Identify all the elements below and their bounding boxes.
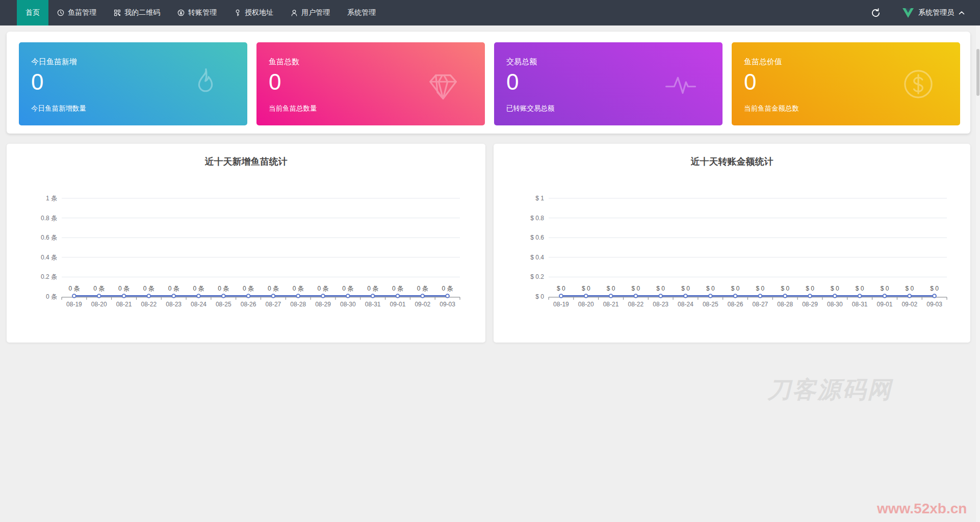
qrcode-icon [114,9,121,16]
nav-item-auth-address[interactable]: 授权地址 [225,0,282,25]
svg-text:08-21: 08-21 [603,301,619,308]
svg-text:08-26: 08-26 [241,301,256,308]
svg-text:08-19: 08-19 [66,301,82,308]
svg-text:08-31: 08-31 [365,301,381,308]
svg-text:$ 0.6: $ 0.6 [530,234,544,241]
svg-text:$ 0: $ 0 [582,285,590,292]
svg-text:08-24: 08-24 [678,301,693,308]
vertical-scrollbar [976,25,980,522]
svg-text:08-23: 08-23 [653,301,668,308]
svg-text:0 条: 0 条 [68,285,80,292]
svg-text:$ 0: $ 0 [607,285,615,292]
yen-circle-icon [177,9,185,16]
user-menu[interactable]: 系统管理员 [902,8,965,18]
svg-text:0 条: 0 条 [168,285,179,292]
svg-text:08-23: 08-23 [166,301,182,308]
svg-text:08-21: 08-21 [116,301,132,308]
svg-text:0 条: 0 条 [93,285,105,292]
svg-text:08-25: 08-25 [703,301,718,308]
nav-item-user-manage[interactable]: 用户管理 [282,0,339,25]
stat-card-fry-value: 鱼苗总价值0当前鱼苗金额总数 [732,42,960,125]
svg-text:$ 0: $ 0 [905,285,914,292]
svg-text:$ 0.2: $ 0.2 [530,273,544,280]
svg-text:08-31: 08-31 [852,301,868,308]
svg-text:08-30: 08-30 [827,301,843,308]
flame-icon [186,65,225,103]
svg-text:$ 0.8: $ 0.8 [530,215,544,222]
svg-text:0 条: 0 条 [367,285,378,292]
dashboard-page: 首页鱼苗管理我的二维码转账管理授权地址用户管理系统管理 系统管理员 [0,0,980,522]
svg-text:0.2 条: 0.2 条 [41,273,57,280]
svg-text:0 条: 0 条 [342,285,353,292]
svg-text:0 条: 0 条 [318,285,329,292]
transfer-chart-canvas[interactable]: $ 1$ 0.8$ 0.6$ 0.4$ 0.2$ 0$ 008-19$ 008-… [494,144,970,343]
fry-chart-canvas[interactable]: 1 条0.8 条0.6 条0.4 条0.2 条0 条0 条08-190 条08-… [7,144,485,343]
user-icon [291,9,298,16]
scrollbar-thumb[interactable] [976,49,979,96]
stat-card-transaction-total: 交易总额0已转账交易总额 [494,42,723,125]
svg-text:0 条: 0 条 [417,285,428,292]
svg-text:0.6 条: 0.6 条 [41,234,57,241]
svg-text:08-28: 08-28 [290,301,306,308]
stat-card-subtitle: 已转账交易总额 [506,105,723,112]
nav-item-label: 转账管理 [188,8,217,17]
svg-text:$ 0.4: $ 0.4 [530,254,544,261]
svg-text:09-01: 09-01 [877,301,893,308]
stat-card-today-new: 今日鱼苗新增0今日鱼苗新增数量 [19,42,247,125]
svg-text:08-22: 08-22 [628,301,643,308]
site-watermark: 刀客源码网 [767,374,892,406]
top-navbar: 首页鱼苗管理我的二维码转账管理授权地址用户管理系统管理 系统管理员 [0,0,980,25]
svg-text:08-20: 08-20 [578,301,594,308]
svg-text:1 条: 1 条 [46,195,57,202]
nav-item-label: 我的二维码 [124,8,160,17]
nav-item-fry-manage[interactable]: 鱼苗管理 [48,0,105,25]
svg-text:09-03: 09-03 [440,301,455,308]
svg-text:0 条: 0 条 [442,285,453,292]
svg-text:08-29: 08-29 [315,301,331,308]
stat-card-subtitle: 当前鱼苗金额总数 [744,105,960,112]
nav-item-transfer-manage[interactable]: 转账管理 [169,0,225,25]
svg-text:0.4 条: 0.4 条 [41,254,57,261]
stat-cards: 今日鱼苗新增0今日鱼苗新增数量鱼苗总数0当前鱼苗总数量交易总额0已转账交易总额鱼… [19,42,960,125]
svg-text:0.8 条: 0.8 条 [41,215,57,222]
svg-text:$ 0: $ 0 [557,285,565,292]
chevron-up-icon [959,11,965,15]
nav-item-label: 系统管理 [347,8,376,17]
corner-watermark: www.52xb.cn [877,501,967,517]
svg-text:09-02: 09-02 [415,301,430,308]
svg-text:0 条: 0 条 [143,285,154,292]
svg-text:0 条: 0 条 [118,285,130,292]
svg-text:$ 0: $ 0 [831,285,839,292]
svg-text:0 条: 0 条 [293,285,304,292]
pulse-icon [661,65,700,103]
dollar-circle-icon [899,65,938,103]
svg-text:0 条: 0 条 [392,285,403,292]
nav-item-my-qrcode[interactable]: 我的二维码 [105,0,169,25]
fry-chart-card: 近十天新增鱼苗统计 1 条0.8 条0.6 条0.4 条0.2 条0 条0 条0… [7,144,485,343]
svg-text:08-25: 08-25 [216,301,231,308]
svg-text:09-02: 09-02 [901,301,917,308]
svg-text:$ 0: $ 0 [535,293,544,300]
svg-text:0 条: 0 条 [268,285,279,292]
svg-text:09-03: 09-03 [926,301,942,308]
svg-text:$ 0: $ 0 [856,285,864,292]
user-name: 系统管理员 [918,8,954,17]
nav-item-label: 用户管理 [301,8,330,17]
transfer-chart-card: 近十天转账金额统计 $ 1$ 0.8$ 0.6$ 0.4$ 0.2$ 0$ 00… [494,144,970,343]
svg-text:08-27: 08-27 [266,301,281,308]
svg-text:08-29: 08-29 [802,301,818,308]
svg-text:08-27: 08-27 [753,301,768,308]
nav-item-label: 鱼苗管理 [68,8,96,17]
svg-text:08-28: 08-28 [777,301,793,308]
svg-text:$ 0: $ 0 [681,285,690,292]
nav-item-system-manage[interactable]: 系统管理 [339,0,384,25]
svg-text:$ 0: $ 0 [706,285,715,292]
svg-text:$ 0: $ 0 [781,285,789,292]
svg-text:$ 0: $ 0 [806,285,814,292]
refresh-button[interactable] [871,8,881,18]
svg-text:09-01: 09-01 [390,301,406,308]
svg-text:0 条: 0 条 [193,285,204,292]
svg-text:$ 1: $ 1 [535,195,544,202]
nav-item-home[interactable]: 首页 [17,0,48,25]
clock-icon [57,9,64,16]
